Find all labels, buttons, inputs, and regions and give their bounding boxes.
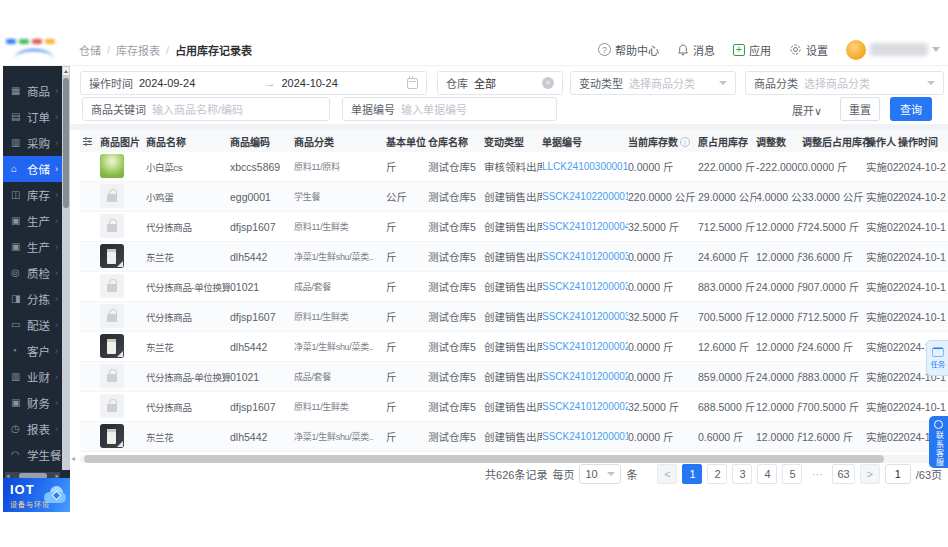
per-page-select[interactable]: 10 xyxy=(579,464,621,484)
sidebar-item[interactable]: ▦ 商品 › xyxy=(3,78,62,104)
sidebar-vertical-scrollbar[interactable] xyxy=(62,66,70,470)
sidebar-item[interactable]: ⌂ 仓储 › xyxy=(3,156,62,182)
reset-button[interactable]: 重置 xyxy=(840,97,880,121)
col-header[interactable]: 单据编号 xyxy=(542,134,628,149)
date-to-value[interactable]: 2024-10-24 xyxy=(282,77,338,89)
info-icon[interactable]: i xyxy=(680,137,690,147)
page-button[interactable]: 63 xyxy=(832,464,854,484)
page-button[interactable]: ··· xyxy=(807,464,827,484)
page-button[interactable]: 5 xyxy=(782,464,802,484)
doc-no-link[interactable]: SSCK24101200003 xyxy=(542,281,628,292)
table-horizontal-scrollbar[interactable] xyxy=(80,455,948,463)
change-type-filter[interactable]: 变动类型 选择商品分类 xyxy=(570,71,736,95)
column-settings-icon[interactable] xyxy=(80,136,100,147)
sidebar-item[interactable]: ◠ 学生餐 xyxy=(3,442,62,468)
col-header[interactable]: 仓库名称 xyxy=(428,134,484,149)
sidebar-item[interactable]: ▣ 财务 › xyxy=(3,390,62,416)
col-header[interactable]: 商品分类 xyxy=(294,134,386,149)
messages-button[interactable]: 消息 xyxy=(677,42,715,58)
col-header[interactable]: 商品编码 xyxy=(230,134,294,149)
scroll-up-arrow-icon[interactable] xyxy=(63,67,69,75)
page-jump-input[interactable]: 1 xyxy=(885,464,911,484)
col-header[interactable]: 商品名称 xyxy=(146,134,230,149)
sidebar-item[interactable]: ▥ 采购 › xyxy=(3,130,62,156)
sidebar-item[interactable]: ▣ 生产 › xyxy=(3,234,62,260)
col-header[interactable]: 商品图片 xyxy=(100,134,146,149)
table-row: 东兰花 dlh5442 净菜1/生鲜shu/菜类.. 斤 测试仓库5 创建销售出… xyxy=(80,332,948,362)
help-center-button[interactable]: ? 帮助中心 xyxy=(598,42,659,58)
user-menu[interactable] xyxy=(846,40,940,60)
doc-no-link[interactable]: SSCK24101200002 xyxy=(542,341,628,352)
product-thumbnail[interactable] xyxy=(100,154,124,178)
clear-icon[interactable]: × xyxy=(542,77,554,89)
expand-filters-link[interactable]: 展开∨ xyxy=(792,102,822,118)
doc-no-link[interactable]: LLCK24100300001 xyxy=(542,161,628,172)
col-header[interactable]: 基本单位 xyxy=(386,134,428,149)
doc-no-link[interactable]: SSCK24101200002 xyxy=(542,371,628,382)
warehouse-filter-value[interactable]: 全部 xyxy=(474,75,496,91)
sidebar-item[interactable]: ▣ 生产 › xyxy=(3,208,62,234)
breadcrumb-root[interactable]: 仓储 xyxy=(79,42,101,58)
date-range-filter[interactable]: 操作时间 2024-09-24 → 2024-10-24 xyxy=(80,71,427,95)
category-filter[interactable]: 商品分类 选择商品分类 xyxy=(745,71,944,95)
base-unit-cell: 斤 xyxy=(386,429,428,444)
calendar-icon[interactable] xyxy=(407,78,418,89)
doc-no-link[interactable]: SSCK24101200003 xyxy=(542,251,628,262)
page-button[interactable]: 2 xyxy=(707,464,727,484)
search-button[interactable]: 查询 xyxy=(890,97,932,121)
col-header[interactable]: 原占用库存 xyxy=(698,134,756,149)
avatar[interactable] xyxy=(846,40,866,60)
page-button[interactable]: 1 xyxy=(682,464,702,484)
product-thumbnail[interactable] xyxy=(100,394,124,418)
col-header[interactable]: 变动类型 xyxy=(484,134,542,149)
page-button[interactable]: < xyxy=(657,464,677,484)
change-type-cell: 创建销售出库 xyxy=(484,339,542,354)
doc-no-filter[interactable]: 单据编号 输入单据编号 xyxy=(342,97,557,121)
page-button[interactable]: 3 xyxy=(732,464,752,484)
sidebar-item[interactable]: ▭ 配送 › xyxy=(3,312,62,338)
task-floating-button[interactable]: 任务 xyxy=(926,340,948,376)
page-button[interactable]: > xyxy=(860,464,880,484)
sidebar-item[interactable]: ◎ 质检 › xyxy=(3,260,62,286)
sidebar-item[interactable]: ▥ 业财 › xyxy=(3,364,62,390)
col-header[interactable]: 操作时间 xyxy=(898,134,948,149)
product-thumbnail[interactable] xyxy=(100,424,124,448)
sidebar-item[interactable]: ◫ 库存 › xyxy=(3,182,62,208)
product-thumbnail[interactable] xyxy=(100,244,124,268)
change-type-cell: 创建销售出库 xyxy=(484,369,542,384)
product-thumbnail[interactable] xyxy=(100,364,124,388)
contact-support-floating-button[interactable]: 联系客服 xyxy=(929,416,948,468)
date-from-value[interactable]: 2024-09-24 xyxy=(139,77,195,89)
scrollbar-thumb[interactable] xyxy=(84,455,884,463)
doc-no-link[interactable]: SSCK24101200004 xyxy=(542,221,628,232)
product-thumbnail[interactable] xyxy=(100,184,124,208)
col-header[interactable]: 调整数 xyxy=(756,134,802,149)
warehouse-filter[interactable]: 仓库 全部 × xyxy=(437,71,563,95)
apps-button[interactable]: + 应用 xyxy=(733,42,771,58)
chevron-right-icon: › xyxy=(55,398,58,408)
doc-no-link[interactable]: SSCK24101200002 xyxy=(542,401,628,412)
doc-no-link[interactable]: SSCK24102200001 xyxy=(542,191,628,202)
breadcrumb-section[interactable]: 库存报表 xyxy=(116,42,160,58)
col-header[interactable]: 当前库存数i xyxy=(628,134,698,149)
doc-no-link[interactable]: SSCK24101200001 xyxy=(542,431,628,442)
col-header[interactable]: 操作人 xyxy=(866,134,898,149)
page-button[interactable]: 4 xyxy=(757,464,777,484)
settings-button[interactable]: 设置 xyxy=(789,42,828,58)
sidebar-item[interactable]: ◷ 报表 › xyxy=(3,416,62,442)
doc-no-link[interactable]: SSCK24101200003 xyxy=(542,311,628,322)
product-thumbnail[interactable] xyxy=(100,304,124,328)
original-occupied-cell: 12.6000 斤 xyxy=(698,339,756,354)
product-thumbnail[interactable] xyxy=(100,334,124,358)
base-unit-cell: 斤 xyxy=(386,249,428,264)
keyword-filter[interactable]: 商品关键词 输入商品名称/编码 xyxy=(82,97,330,121)
scroll-left-arrow-icon[interactable]: ◂ xyxy=(71,454,75,463)
sidebar-item[interactable]: ◨ 分拣 › xyxy=(3,286,62,312)
col-header[interactable]: 调整后占用库存 xyxy=(802,134,866,149)
scrollbar-thumb[interactable] xyxy=(63,78,69,208)
product-thumbnail[interactable] xyxy=(100,214,124,238)
sidebar-item[interactable]: ▤ 订单 › xyxy=(3,104,62,130)
operator-cell: 实施02 xyxy=(866,189,898,204)
product-thumbnail[interactable] xyxy=(100,274,124,298)
sidebar-item[interactable]: ◔ 客户 › xyxy=(3,338,62,364)
